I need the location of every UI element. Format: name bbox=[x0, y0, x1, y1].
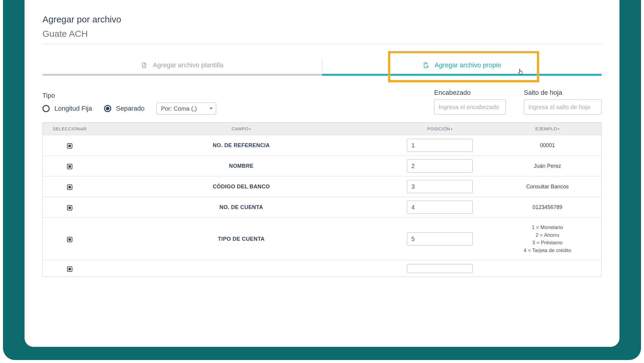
type-group: Tipo Longitud Fija Separado Por: Coma (,… bbox=[42, 92, 216, 115]
table-header: SELECCIONAR CAMPO▾ POSICIÓN▾ EJEMPLO▾ bbox=[43, 123, 601, 135]
th-select[interactable]: SELECCIONAR bbox=[43, 123, 97, 135]
position-input[interactable] bbox=[407, 159, 473, 173]
table-row: NO. DE REFERENCIA00001 bbox=[43, 135, 601, 155]
row-example bbox=[494, 265, 601, 272]
header-field-label: Encabezado bbox=[434, 89, 506, 97]
header-input[interactable] bbox=[434, 100, 506, 115]
pagebreak-input[interactable] bbox=[524, 100, 602, 115]
radio-separated-label: Separado bbox=[116, 105, 144, 112]
separator-select[interactable]: Por: Coma (,) bbox=[156, 103, 216, 115]
pagebreak-field-label: Salto de hoja bbox=[524, 89, 602, 97]
th-field[interactable]: CAMPO▾ bbox=[97, 123, 386, 135]
row-example: Consultar Bancos bbox=[494, 180, 601, 193]
tab-template-label: Agregar archivo plantilla bbox=[153, 61, 223, 69]
controls-row: Tipo Longitud Fija Separado Por: Coma (,… bbox=[42, 89, 602, 115]
device-frame: Agregar por archivo Guate ACH Agregar ar… bbox=[3, 0, 641, 360]
row-field-label bbox=[97, 265, 386, 272]
pagebreak-field-group: Salto de hoja bbox=[524, 89, 602, 115]
row-field-label: TIPO DE CUENTA bbox=[97, 232, 386, 246]
type-radio-row: Longitud Fija Separado Por: Coma (,) bbox=[42, 103, 216, 115]
position-input[interactable] bbox=[407, 264, 473, 273]
chevron-down-icon bbox=[209, 108, 213, 110]
header-field-group: Encabezado bbox=[434, 89, 506, 115]
row-field-label: NOMBRE bbox=[97, 159, 386, 173]
divider bbox=[42, 44, 602, 44]
radio-circle-icon bbox=[42, 105, 50, 112]
table-row bbox=[43, 260, 601, 277]
file-upload-icon bbox=[141, 62, 147, 68]
radio-circle-icon bbox=[104, 105, 111, 112]
th-position[interactable]: POSICIÓN▾ bbox=[386, 123, 494, 135]
page-title: Agregar por archivo bbox=[42, 14, 602, 25]
sort-icon: ▾ bbox=[451, 127, 453, 131]
table-row: NO. DE CUENTA0123456789 bbox=[43, 197, 601, 217]
sort-icon: ▾ bbox=[558, 127, 560, 131]
row-field-label: NO. DE REFERENCIA bbox=[97, 139, 386, 152]
position-input[interactable] bbox=[407, 180, 473, 193]
row-example: Juán Perez bbox=[494, 159, 601, 173]
table-row: TIPO DE CUENTA1 = Monetario2 = Ahorro3 =… bbox=[43, 217, 601, 260]
row-field-label: NO. DE CUENTA bbox=[97, 201, 386, 214]
active-tab-underline bbox=[322, 74, 602, 76]
table-row: CÓDIGO DEL BANCOConsultar Bancos bbox=[43, 176, 601, 197]
svg-point-0 bbox=[427, 66, 428, 67]
tab-template-file[interactable]: Agregar archivo plantilla bbox=[42, 56, 322, 74]
screen-bezel: Agregar por archivo Guate ACH Agregar ar… bbox=[23, 0, 621, 349]
sort-icon: ▾ bbox=[249, 127, 251, 131]
position-input[interactable] bbox=[407, 139, 473, 152]
radio-fixed-label: Longitud Fija bbox=[54, 105, 92, 112]
tab-own-file[interactable]: Agregar archivo propio bbox=[322, 56, 602, 74]
type-label: Tipo bbox=[42, 92, 216, 100]
row-checkbox[interactable] bbox=[67, 143, 72, 149]
position-input[interactable] bbox=[407, 201, 473, 214]
tabs: Agregar archivo plantilla Agregar archiv bbox=[42, 56, 602, 76]
radio-separated[interactable]: Separado bbox=[104, 105, 144, 112]
page-subtitle: Guate ACH bbox=[42, 29, 602, 44]
row-example: 00001 bbox=[494, 139, 601, 152]
row-field-label: CÓDIGO DEL BANCO bbox=[97, 180, 386, 193]
row-checkbox[interactable] bbox=[67, 164, 72, 169]
position-input[interactable] bbox=[407, 232, 473, 245]
radio-fixed-length[interactable]: Longitud Fija bbox=[42, 105, 92, 112]
row-checkbox[interactable] bbox=[67, 184, 72, 190]
row-checkbox[interactable] bbox=[67, 237, 72, 242]
fields-table: SELECCIONAR CAMPO▾ POSICIÓN▾ EJEMPLO▾ NO… bbox=[42, 122, 602, 277]
table-row: NOMBREJuán Perez bbox=[43, 155, 601, 176]
row-example: 1 = Monetario2 = Ahorro3 = Préstamo4 = T… bbox=[494, 218, 601, 260]
row-checkbox[interactable] bbox=[67, 266, 72, 272]
row-checkbox[interactable] bbox=[67, 205, 72, 211]
row-example: 0123456789 bbox=[494, 201, 601, 214]
separator-select-value: Por: Coma (,) bbox=[161, 105, 197, 112]
tab-own-label: Agregar archivo propio bbox=[434, 61, 501, 69]
app-screen: Agregar por archivo Guate ACH Agregar ar… bbox=[28, 0, 616, 344]
file-gear-icon bbox=[422, 62, 429, 68]
th-example[interactable]: EJEMPLO▾ bbox=[494, 123, 601, 135]
